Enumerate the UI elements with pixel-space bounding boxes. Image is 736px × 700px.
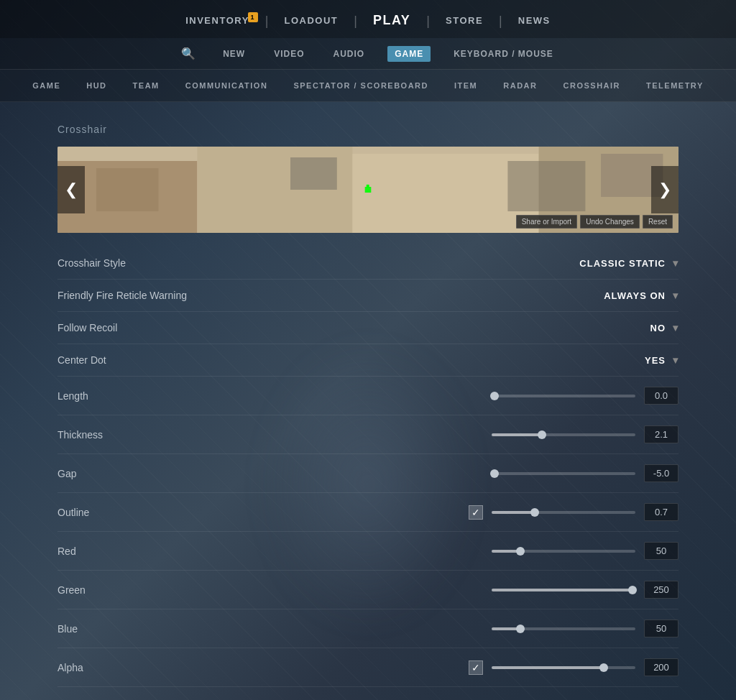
blue-row: Blue 50: [58, 609, 678, 648]
alpha-control: ✓ 200: [259, 658, 678, 676]
svg-rect-7: [507, 161, 585, 211]
category-crosshair[interactable]: CROSSHAIR: [551, 75, 634, 96]
follow-recoil-value: NO: [650, 323, 666, 333]
length-control: 0.0: [259, 387, 678, 405]
thickness-label: Thickness: [58, 429, 259, 441]
chevron-down-icon: ▾: [673, 290, 678, 301]
nav-loadout-label: LOADOUT: [285, 15, 339, 26]
outline-slider-fill: [492, 511, 535, 514]
alpha-slider-thumb[interactable]: [599, 663, 608, 672]
outline-slider-thumb[interactable]: [530, 508, 539, 517]
alpha-checkbox-container: ✓ 200: [259, 658, 678, 676]
red-slider[interactable]: [492, 550, 635, 553]
alpha-checkbox[interactable]: ✓: [469, 660, 483, 675]
green-slider-thumb[interactable]: [628, 586, 637, 594]
alpha-value[interactable]: 200: [644, 658, 678, 676]
category-communication[interactable]: COMMUNICATION: [172, 75, 281, 96]
preview-actions: Share or Import Undo Changes Reset: [516, 215, 673, 229]
gap-control: -5.0: [259, 464, 678, 482]
blue-value[interactable]: 50: [644, 620, 678, 637]
search-button[interactable]: 🔍: [177, 45, 200, 62]
thickness-value[interactable]: 2.1: [644, 425, 678, 443]
gap-slider-thumb[interactable]: [490, 469, 499, 478]
category-tabs: GAME HUD TEAM COMMUNICATION SPECTATOR / …: [0, 70, 736, 102]
nav-store[interactable]: STORE: [430, 11, 499, 30]
green-value[interactable]: 250: [644, 581, 678, 599]
chevron-down-icon: ▾: [673, 354, 678, 366]
green-slider-fill: [492, 589, 632, 591]
outline-slider[interactable]: [492, 511, 635, 514]
reset-button[interactable]: Reset: [643, 215, 673, 229]
gap-slider[interactable]: [492, 472, 635, 475]
nav-news-label: NEWS: [518, 15, 551, 26]
check-icon: ✓: [472, 507, 480, 518]
nav-store-label: STORE: [446, 15, 483, 26]
thickness-slider-fill: [492, 433, 542, 436]
blue-label: Blue: [58, 623, 259, 635]
thickness-slider-thumb[interactable]: [538, 430, 546, 439]
alpha-label: Alpha: [58, 662, 259, 673]
share-import-button[interactable]: Share or Import: [516, 215, 577, 229]
nav-inventory[interactable]: INVENTORY 1: [170, 11, 265, 30]
tab-new[interactable]: NEW: [217, 46, 251, 62]
nav-news[interactable]: NEWS: [502, 11, 566, 30]
length-slider-thumb[interactable]: [490, 392, 499, 400]
alpha-slider[interactable]: [492, 666, 635, 669]
section-title: Crosshair: [58, 124, 678, 135]
center-dot-label: Center Dot: [58, 354, 259, 366]
preview-prev-button[interactable]: ❮: [58, 166, 85, 213]
length-slider[interactable]: [492, 395, 635, 397]
nav-loadout[interactable]: LOADOUT: [269, 11, 354, 30]
green-slider[interactable]: [492, 589, 635, 591]
blue-slider[interactable]: [492, 627, 635, 630]
preview-next-button[interactable]: ❯: [651, 166, 678, 213]
nav-play[interactable]: PLAY: [357, 9, 426, 32]
follow-recoil-label: Follow Recoil: [58, 322, 259, 333]
thickness-slider[interactable]: [492, 433, 635, 436]
alpha-slider-fill: [492, 666, 604, 669]
gap-row: Gap -5.0: [58, 454, 678, 493]
red-value[interactable]: 50: [644, 542, 678, 560]
red-label: Red: [58, 545, 259, 557]
red-control: 50: [259, 542, 678, 560]
green-slider-container: 250: [259, 581, 678, 599]
category-hud[interactable]: HUD: [73, 75, 119, 96]
chevron-down-icon: ▾: [673, 322, 678, 333]
blue-control: 50: [259, 620, 678, 637]
green-control: 250: [259, 581, 678, 599]
category-radar[interactable]: RADAR: [490, 75, 550, 96]
red-row: Red 50: [58, 532, 678, 571]
outline-checkbox[interactable]: ✓: [469, 505, 483, 520]
category-game[interactable]: GAME: [19, 75, 73, 96]
svg-rect-5: [96, 168, 158, 211]
nav-inventory-label: INVENTORY: [185, 15, 249, 26]
tab-video[interactable]: VIDEO: [268, 46, 310, 62]
gap-value[interactable]: -5.0: [644, 464, 678, 482]
follow-recoil-dropdown[interactable]: NO ▾: [650, 322, 679, 333]
undo-changes-button[interactable]: Undo Changes: [580, 215, 640, 229]
tab-audio[interactable]: AUDIO: [327, 46, 370, 62]
gap-slider-container: -5.0: [259, 464, 678, 482]
category-team[interactable]: TEAM: [120, 75, 172, 96]
follow-recoil-control: NO ▾: [259, 322, 678, 333]
outline-label: Outline: [58, 507, 259, 518]
category-telemetry[interactable]: TELEMETRY: [633, 75, 717, 96]
category-spectator-scoreboard[interactable]: SPECTATOR / SCOREBOARD: [280, 75, 441, 96]
length-label: Length: [58, 390, 259, 402]
center-dot-dropdown[interactable]: YES ▾: [645, 354, 678, 366]
outline-value[interactable]: 0.7: [644, 503, 678, 521]
friendly-fire-value: ALWAYS ON: [604, 290, 666, 301]
length-slider-container: 0.0: [259, 387, 678, 405]
friendly-fire-dropdown[interactable]: ALWAYS ON ▾: [604, 290, 678, 301]
blue-slider-thumb[interactable]: [516, 625, 525, 633]
green-label: Green: [58, 584, 259, 596]
length-value[interactable]: 0.0: [644, 387, 678, 405]
outline-row: Outline ✓ 0.7: [58, 493, 678, 532]
next-icon: ❯: [658, 180, 671, 198]
tab-game[interactable]: GAME: [387, 46, 431, 62]
red-slider-thumb[interactable]: [516, 547, 525, 556]
friendly-fire-row: Friendly Fire Reticle Warning ALWAYS ON …: [58, 280, 678, 312]
tab-keyboard-mouse[interactable]: KEYBOARD / MOUSE: [448, 46, 559, 62]
category-item[interactable]: ITEM: [441, 75, 490, 96]
crosshair-style-dropdown[interactable]: CLASSIC STATIC ▾: [579, 257, 678, 269]
